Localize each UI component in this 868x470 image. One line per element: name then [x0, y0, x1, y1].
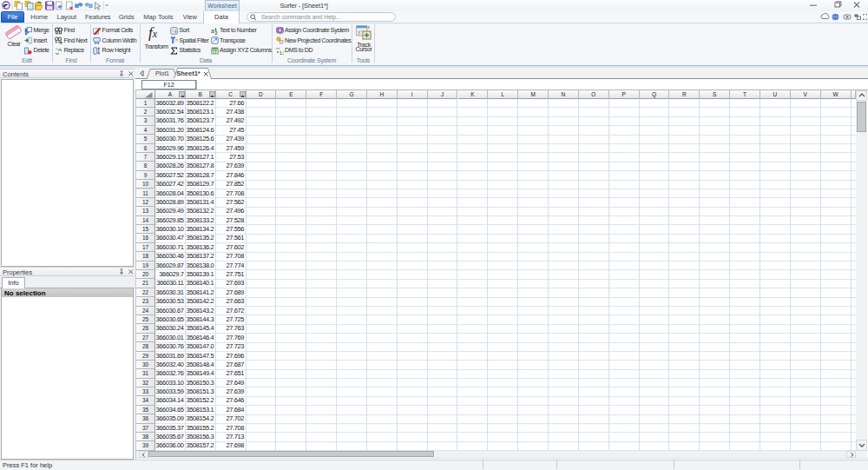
svg-text:2: 2: [214, 30, 217, 34]
svg-text:1.5: 1.5: [279, 50, 284, 55]
svg-text:a: a: [211, 27, 214, 33]
svg-text:x: x: [368, 25, 371, 30]
svg-text:Y: Y: [358, 31, 360, 36]
